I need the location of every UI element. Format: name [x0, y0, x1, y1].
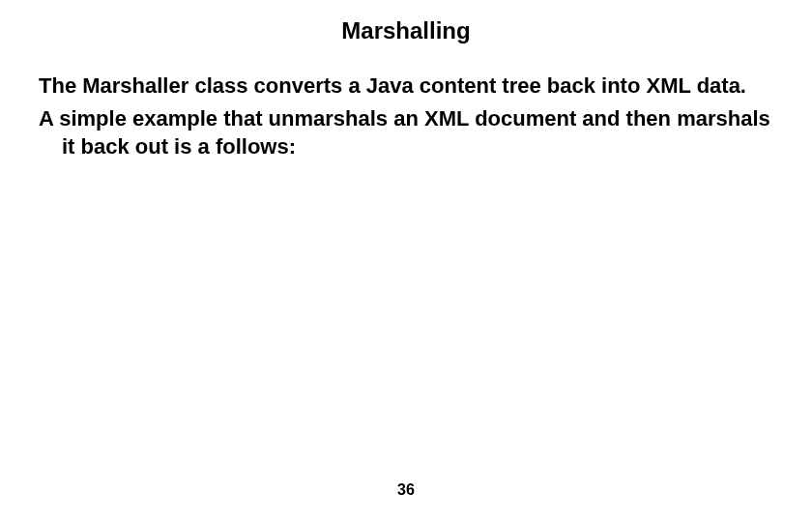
slide-body: The Marshaller class converts a Java con…	[39, 72, 773, 161]
paragraph-1: The Marshaller class converts a Java con…	[39, 72, 773, 101]
paragraph-2: A simple example that unmarshals an XML …	[39, 104, 773, 161]
slide-container: Marshalling The Marshaller class convert…	[0, 0, 812, 522]
slide-title: Marshalling	[39, 17, 773, 44]
page-number: 36	[0, 481, 812, 499]
